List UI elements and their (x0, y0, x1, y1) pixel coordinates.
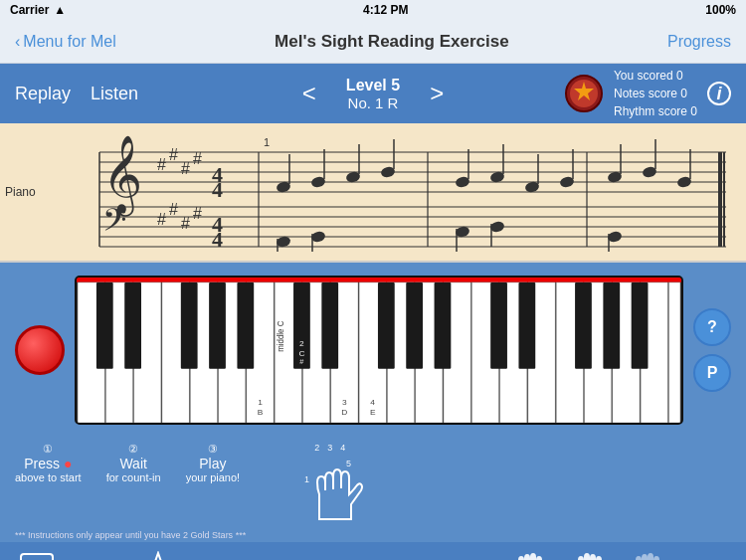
svg-text:𝄢: 𝄢 (102, 203, 126, 245)
next-level-button[interactable]: > (430, 80, 444, 107)
red-line (77, 278, 681, 281)
key-signature: #♭ B Minor (20, 553, 114, 561)
time-label: 4:12 PM (363, 3, 408, 17)
svg-text:5: 5 (346, 459, 351, 468)
svg-text:1: 1 (304, 474, 309, 484)
svg-rect-96 (378, 281, 395, 368)
svg-text:D: D (341, 408, 347, 417)
record-button[interactable] (15, 325, 65, 375)
svg-text:4: 4 (212, 177, 223, 202)
sheet-music-area: Piano 𝄞 𝄢 # (0, 123, 746, 263)
svg-text:#: # (299, 357, 303, 365)
svg-rect-89 (96, 281, 113, 368)
tempo-section: ♩ = 60 (144, 551, 221, 561)
listen-button[interactable]: Listen (91, 84, 138, 104)
svg-rect-92 (209, 281, 226, 368)
svg-text:2: 2 (299, 339, 304, 348)
svg-rect-97 (406, 281, 423, 368)
nav-bar: ‹ Menu for Mel Mel's Sight Reading Exerc… (0, 20, 746, 64)
svg-text:4: 4 (212, 227, 223, 252)
carrier-label: Carrier (10, 3, 49, 17)
piano-section: middle C 1 B 3 D 4 E 2 C # 5 # (0, 263, 746, 437)
key-badge: #♭ (20, 553, 54, 561)
level-display: Level 5 No. 1 R (346, 77, 400, 111)
svg-text:#: # (169, 201, 178, 218)
svg-text:1: 1 (258, 398, 263, 407)
svg-text:E: E (370, 408, 376, 417)
piano-svg: middle C 1 B 3 D 4 E 2 C # 5 # (77, 278, 681, 423)
instruction-steps: ① Press ● above to start ② Wait for coun… (15, 443, 240, 483)
step1-num: ① (15, 443, 82, 456)
record-dot-icon: ● (64, 456, 72, 471)
practice-button[interactable]: P (693, 354, 731, 392)
piano-keys-container: middle C 1 B 3 D 4 E 2 C # 5 # (77, 278, 681, 423)
step2-sub: for count-in (106, 471, 161, 483)
svg-text:3: 3 (342, 398, 347, 407)
svg-rect-99 (490, 281, 507, 368)
replay-button[interactable]: Replay (15, 84, 71, 104)
hand-svg: 1 5 (299, 455, 379, 524)
notes-score: Notes score 0 (614, 85, 697, 102)
svg-text:middle C: middle C (276, 320, 284, 351)
side-buttons: ? P (693, 308, 731, 392)
metronome-icon (144, 551, 172, 561)
step-1: ① Press ● above to start (15, 443, 82, 483)
piano-keyboard[interactable]: middle C 1 B 3 D 4 E 2 C # 5 # (75, 276, 683, 425)
step2-title: Wait (106, 456, 161, 471)
svg-rect-95 (321, 281, 338, 368)
svg-text:#: # (181, 160, 190, 177)
score-display: You scored 0 Notes score 0 Rhythm score … (614, 67, 697, 120)
info-button[interactable]: i (707, 82, 731, 105)
toolbar-right: You scored 0 Notes score 0 Rhythm score … (564, 67, 731, 120)
bottom-bar: #♭ B Minor ♩ = 60 = Rhythm (0, 542, 746, 560)
progress-button[interactable]: Progress (667, 33, 731, 51)
step1-title: Press ● (15, 456, 82, 471)
svg-rect-88 (668, 281, 680, 422)
svg-text:#: # (508, 344, 513, 353)
prev-level-button[interactable]: < (302, 80, 316, 107)
rhythm-hand-icon (629, 550, 663, 561)
svg-text:#: # (157, 156, 166, 173)
chevron-left-icon: ‹ (15, 33, 20, 51)
step2-num: ② (106, 443, 161, 456)
svg-text:#: # (193, 205, 202, 222)
wifi-icon: ▲ (54, 3, 66, 17)
svg-text:#: # (181, 215, 190, 232)
right-hand-icon (511, 550, 546, 561)
level-navigation: < Level 5 No. 1 R > (302, 77, 444, 111)
svg-rect-98 (435, 281, 452, 368)
svg-text:#: # (169, 146, 178, 163)
medal-icon (564, 74, 604, 113)
practice-label: P (707, 364, 718, 382)
svg-rect-101 (575, 281, 592, 368)
help-button[interactable]: ? (693, 308, 731, 346)
svg-text:5: 5 (508, 334, 513, 343)
svg-text:C: C (298, 349, 304, 358)
rhythm-section: Rhythm (629, 550, 726, 561)
svg-rect-90 (124, 281, 141, 368)
finger-numbers-top: 2 3 4 (314, 443, 379, 453)
status-right: 100% (705, 3, 736, 17)
svg-text:4: 4 (370, 398, 375, 407)
staff-svg: 𝄞 𝄢 # # # # # # # # 4 4 4 4 1 (50, 132, 726, 252)
staff-container: 𝄞 𝄢 # # # # # # # # 4 4 4 4 1 (50, 132, 726, 252)
toolbar-center: < Level 5 No. 1 R > (302, 77, 444, 111)
step-2: ② Wait for count-in (106, 443, 161, 483)
back-button[interactable]: ‹ Menu for Mel (15, 33, 116, 51)
svg-rect-103 (632, 281, 649, 368)
step1-sub: above to start (15, 471, 82, 483)
hand-section: = (511, 550, 609, 561)
status-left: Carrier ▲ (10, 3, 66, 17)
rhythm-score: Rhythm score 0 (614, 102, 697, 120)
svg-text:B: B (258, 408, 264, 417)
instructions-note: *** Instructions only appear until you h… (0, 528, 746, 542)
left-hand-icon (574, 550, 609, 561)
you-scored: You scored 0 (614, 67, 697, 85)
status-bar: Carrier ▲ 4:12 PM 100% (0, 0, 746, 20)
instructions-bar: ① Press ● above to start ② Wait for coun… (0, 437, 746, 528)
hand-illustration: 2 3 4 1 5 (299, 443, 379, 528)
step-3: ③ Play your piano! (186, 443, 240, 483)
number-label: No. 1 R (346, 94, 400, 111)
svg-rect-102 (603, 281, 620, 368)
battery-label: 100% (705, 3, 736, 17)
